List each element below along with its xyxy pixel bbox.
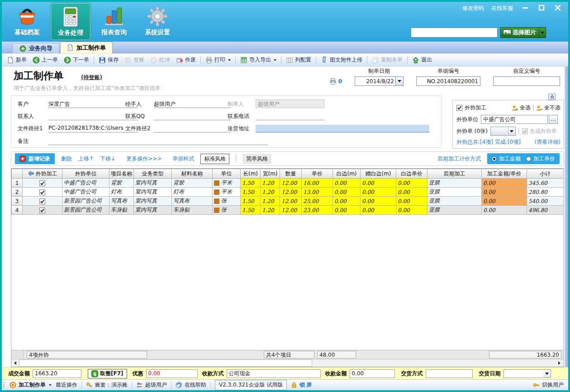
process-amount-cell[interactable]: 0.00: [482, 188, 527, 197]
material-cell[interactable]: 背胶: [172, 179, 213, 188]
toolbar-prev[interactable]: 上一单: [30, 55, 60, 65]
width-cell[interactable]: 1.20: [261, 179, 280, 188]
outsource-order-combo[interactable]: [490, 127, 516, 136]
delete-row-link[interactable]: 删除: [61, 155, 72, 163]
radio-process-amount[interactable]: 加工金额: [492, 155, 521, 163]
module-reports[interactable]: 报表查询: [94, 3, 134, 40]
online-service-link[interactable]: 在线客服: [491, 5, 513, 12]
delivery-method-field[interactable]: [426, 369, 473, 378]
width-cell[interactable]: 1.20: [261, 197, 280, 206]
price-cell[interactable]: 23.00: [302, 206, 333, 215]
material-cell[interactable]: 车身贴: [172, 206, 213, 215]
project-cell[interactable]: 背胶: [109, 179, 134, 188]
gift-margin-cell[interactable]: 0.00: [361, 197, 396, 206]
filepath1-field[interactable]: PC-201208281738:C:\Users: [48, 125, 138, 132]
outsource-cell[interactable]: [23, 188, 62, 197]
gift-margin-cell[interactable]: 0.00: [361, 188, 396, 197]
outsource-unit-input[interactable]: 中盛广告公司: [481, 115, 548, 124]
filepath2-field[interactable]: [154, 125, 231, 132]
header-margin-price[interactable]: 白边单价: [396, 169, 428, 179]
header-subtotal[interactable]: 小计: [527, 169, 564, 179]
biz-type-cell[interactable]: 室内写真: [134, 206, 172, 215]
maximize-button[interactable]: [535, 4, 548, 12]
header-biz-type[interactable]: 业务类型: [134, 169, 172, 179]
header-outsource[interactable]: 外协加工: [23, 169, 62, 179]
qty-cell[interactable]: 12.00: [280, 188, 302, 197]
outsource-unit-browse-button[interactable]: …: [549, 115, 558, 124]
statusbar-recent[interactable]: 最近操作: [56, 381, 77, 389]
project-cell[interactable]: 车身贴: [109, 206, 134, 215]
process-amount-cell[interactable]: 0.00: [482, 197, 527, 206]
doc-style-link[interactable]: 单据样式: [172, 155, 194, 163]
standard-style-button[interactable]: 标准风格: [200, 154, 229, 164]
pay-method-field[interactable]: 公司现金: [227, 369, 321, 378]
width-cell[interactable]: 1.20: [261, 188, 280, 197]
toolbar-next[interactable]: 下一单: [62, 55, 91, 65]
tab-processing-order[interactable]: 加工制作单: [60, 42, 113, 53]
project-cell[interactable]: 写真布: [109, 197, 134, 206]
outsource-cell[interactable]: [23, 197, 62, 206]
qty-cell[interactable]: 12.00: [280, 206, 302, 215]
toolbar-new[interactable]: 新单: [5, 55, 29, 65]
more-actions-link[interactable]: 更多操作>>>: [126, 155, 162, 163]
toolbar-import-export[interactable]: 导入导出: [238, 55, 279, 65]
company-cell[interactable]: 新景园广告公司: [62, 197, 109, 206]
biz-type-cell[interactable]: 室内写真: [134, 188, 172, 197]
header-project[interactable]: 项目名称: [109, 169, 134, 179]
price-cell[interactable]: 16.00: [302, 179, 333, 188]
outsource-cell[interactable]: [23, 206, 62, 215]
outsource-cell[interactable]: [23, 179, 62, 188]
outsource-checkbox[interactable]: [456, 105, 462, 111]
add-record-button[interactable]: 新增记录: [15, 153, 55, 164]
scroll-right-button[interactable]: [556, 359, 563, 367]
subtotal-cell[interactable]: 540.00: [527, 197, 564, 206]
header-post-process[interactable]: 后期加工: [428, 169, 482, 179]
close-button[interactable]: [551, 4, 565, 12]
length-cell[interactable]: 1.50: [241, 206, 261, 215]
header-qty[interactable]: 数量: [280, 169, 302, 179]
unit-cell[interactable]: 平米: [213, 179, 241, 188]
phone-field[interactable]: [256, 113, 324, 120]
handler-field[interactable]: 超级用户: [154, 100, 231, 108]
margin-price-cell[interactable]: 0.00: [396, 179, 428, 188]
contact-field[interactable]: [48, 113, 138, 120]
length-cell[interactable]: 1.50: [241, 179, 261, 188]
lock-screen-button[interactable]: 锁屏: [291, 381, 313, 389]
delivery-date-dropdown[interactable]: [543, 369, 551, 378]
amount-field[interactable]: 1663.20: [33, 369, 81, 378]
pay-amount-field[interactable]: 0.00: [350, 369, 395, 378]
header-width[interactable]: 宽(m): [261, 169, 280, 179]
toolbar-column-config[interactable]: 列配置: [284, 55, 314, 65]
post-process-cell[interactable]: 亚膜: [428, 206, 482, 215]
address-field[interactable]: [256, 125, 429, 132]
subtotal-cell[interactable]: 496.80: [527, 206, 564, 215]
doc-status-link[interactable]: (待登账): [81, 74, 102, 81]
statusbar-help[interactable]: 在线帮助: [176, 381, 206, 389]
row-number-cell[interactable]: 2: [12, 188, 23, 197]
delivery-date-field[interactable]: [504, 369, 543, 378]
custom-number-input[interactable]: [493, 76, 560, 86]
statusbar-account[interactable]: 账套：演示账: [86, 381, 128, 389]
module-base-archive[interactable]: 基础档案: [7, 3, 47, 40]
price-cell[interactable]: 13.00: [302, 188, 333, 197]
change-password-link[interactable]: 修改密码: [462, 5, 484, 12]
unit-cell[interactable]: 张: [213, 206, 241, 215]
row-number-cell[interactable]: 4: [12, 206, 23, 215]
toolbar-print[interactable]: 打印: [203, 55, 233, 65]
toolbar-void[interactable]: 作废: [174, 55, 198, 65]
unit-cell[interactable]: 平米: [213, 188, 241, 197]
width-cell[interactable]: 1.20: [261, 206, 280, 215]
tab-business-wizard[interactable]: 业务向导: [13, 43, 59, 53]
post-process-cell[interactable]: 亚膜: [428, 197, 482, 206]
margin-price-cell[interactable]: 0.00: [396, 206, 428, 215]
select-none-link[interactable]: 全不选: [544, 104, 560, 112]
toolbar-save[interactable]: 保存: [96, 55, 121, 65]
header-length[interactable]: 长(m): [241, 169, 261, 179]
switch-user-button[interactable]: 切换用户: [533, 381, 564, 389]
length-cell[interactable]: 1.50: [241, 188, 261, 197]
statusbar-doc-type[interactable]: 加工制作单: [10, 381, 52, 389]
material-cell[interactable]: 灯布: [172, 188, 213, 197]
margin-cell[interactable]: 0.00: [333, 206, 361, 215]
header-material[interactable]: 材料名称: [172, 169, 213, 179]
move-up-link[interactable]: 上移↑: [78, 155, 94, 163]
